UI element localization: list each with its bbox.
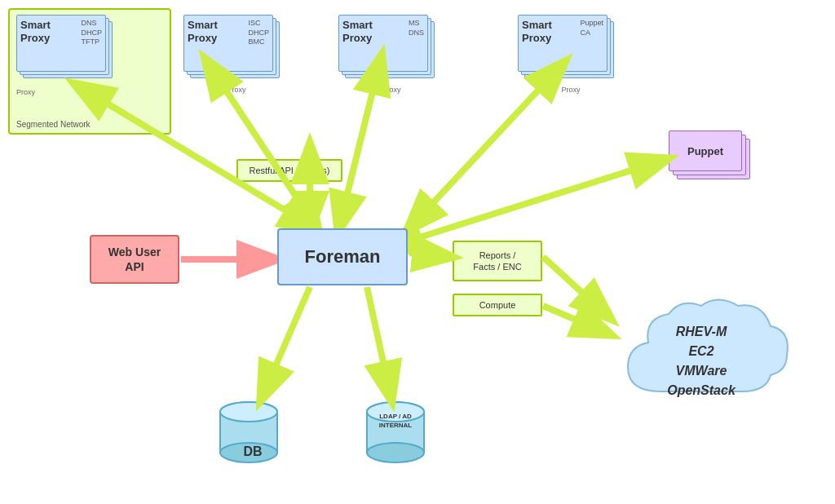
foreman-to-db [261, 287, 310, 400]
svg-point-7 [220, 402, 277, 422]
diagram: Segmented Network Smart Proxy DNS DHCP T… [0, 0, 835, 504]
proxy-services-2: ISC DHCP BMC [246, 19, 269, 47]
segmented-network-label: Segmented Network [16, 120, 91, 129]
web-user-box: Web User API [90, 235, 179, 284]
ldap-line1: LDAP / AD [379, 413, 412, 420]
compute-to-cloud [543, 306, 610, 334]
foreman-to-puppet [409, 159, 667, 241]
proxy2-to-foreman [220, 82, 318, 230]
reports-label: Reports / Facts / ENC [473, 250, 521, 273]
ldap-label: LDAP / AD INTERNAL [355, 412, 436, 430]
proxy3-to-foreman [338, 82, 375, 230]
smart-proxy-3-group: Smart Proxy MS DNS Proxy [338, 15, 444, 94]
smart-proxy-4-group: Smart Proxy Puppet CA Proxy [518, 15, 624, 94]
compute-label: Compute [479, 300, 516, 310]
svg-point-11 [367, 443, 424, 462]
puppet-label: Puppet [687, 145, 723, 157]
proxy-services-4: Puppet CA [578, 19, 603, 38]
web-user-label: Web User API [108, 245, 161, 274]
proxy-card-front-3: Smart Proxy MS DNS [338, 15, 428, 72]
ldap-cylinder-svg [363, 400, 428, 465]
cloud-line3: VMWare [620, 361, 783, 381]
smart-proxy-1-group: Smart Proxy DNS DHCP TFTP [16, 15, 122, 84]
proxy4-to-foreman [408, 82, 546, 230]
compute-box: Compute [453, 294, 542, 316]
proxy-services-1: DNS DHCP TFTP [79, 19, 102, 47]
puppet-card-front: Puppet [669, 130, 742, 171]
restful-api-box: Restful API HTTP(s) [236, 159, 342, 182]
proxy-card-front-2: Smart Proxy ISC DHCP BMC [183, 15, 273, 72]
cloud-text: RHEV-M EC2 VMWare OpenStack [620, 322, 783, 400]
foreman-to-ldap [367, 287, 391, 400]
proxy-label-4: Proxy [518, 86, 624, 94]
proxy-sublabel-1: Proxy [16, 88, 35, 96]
proxy-card-front-1: Smart Proxy DNS DHCP TFTP [16, 15, 106, 72]
reports-to-cloud [543, 257, 610, 318]
proxy-title-4: Smart Proxy [522, 19, 578, 44]
proxy-label-3: Proxy [338, 86, 444, 94]
proxy-card-front-4: Smart Proxy Puppet CA [518, 15, 607, 72]
proxy-title-3: Smart Proxy [342, 19, 407, 44]
ldap-line2: INTERNAL [379, 422, 412, 429]
proxy-title-2: Smart Proxy [188, 19, 246, 44]
proxy-label-2: Proxy [183, 86, 289, 94]
smart-proxy-2-group: Smart Proxy ISC DHCP BMC Proxy [183, 15, 289, 94]
foreman-to-reports [409, 253, 451, 257]
cloud-line1: RHEV-M [620, 322, 783, 342]
puppet-stack: Puppet [669, 130, 750, 188]
cloud-line4: OpenStack [620, 381, 783, 400]
foreman-box: Foreman [277, 228, 408, 285]
cloud-line2: EC2 [620, 342, 783, 361]
restful-api-label: Restful API HTTP(s) [249, 166, 329, 175]
foreman-label: Foreman [305, 246, 381, 267]
db-label: DB [220, 444, 285, 459]
proxy-services-3: MS DNS [407, 19, 424, 38]
reports-box: Reports / Facts / ENC [453, 241, 542, 281]
proxy-title-1: Smart Proxy [20, 19, 79, 44]
